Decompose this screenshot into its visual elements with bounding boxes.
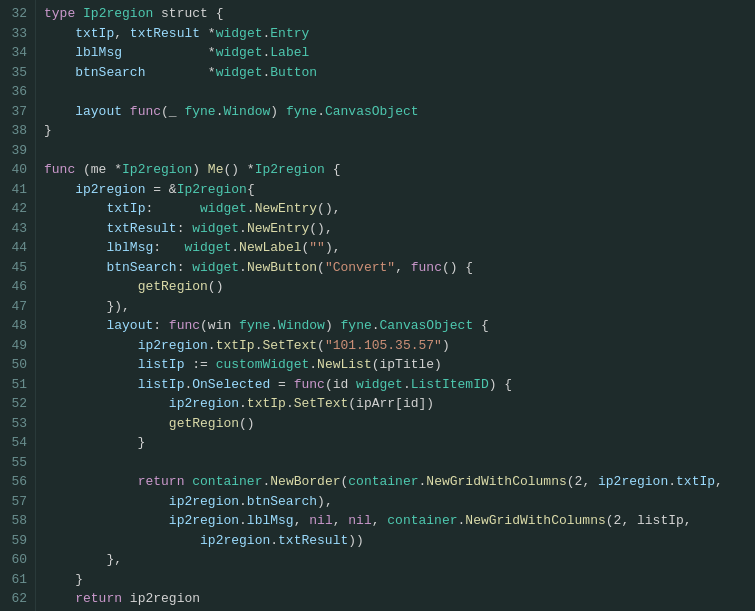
token-plain: )) [348, 533, 364, 548]
code-line: ip2region.btnSearch), [44, 492, 747, 512]
code-line: return ip2region [44, 589, 747, 609]
token-plain: (ipTitle) [372, 357, 442, 372]
code-content[interactable]: type Ip2region struct { txtIp, txtResult… [36, 0, 755, 611]
token-type-name: widget [216, 26, 263, 41]
token-fn-name: NewBorder [270, 474, 340, 489]
token-fn-name: NewEntry [255, 201, 317, 216]
token-kw: func [294, 377, 325, 392]
token-type-name: Button [270, 65, 317, 80]
token-plain [44, 591, 75, 606]
token-plain: . [247, 201, 255, 216]
token-type-name: Entry [270, 26, 309, 41]
line-number: 43 [4, 219, 27, 239]
token-plain: = [270, 377, 293, 392]
token-type-name: container [387, 513, 457, 528]
token-field: txtIp [75, 26, 114, 41]
token-plain [44, 416, 169, 431]
line-number: 59 [4, 531, 27, 551]
token-field: layout [75, 104, 122, 119]
token-kw: func [130, 104, 161, 119]
token-type-name: fyne [184, 104, 215, 119]
token-plain: := [184, 357, 215, 372]
token-plain: ) [192, 162, 208, 177]
token-plain: : [177, 260, 193, 275]
token-plain [44, 377, 138, 392]
code-line: btnSearch: widget.NewButton("Convert", f… [44, 258, 747, 278]
token-plain: ) [325, 318, 341, 333]
token-field: OnSelected [192, 377, 270, 392]
token-plain [44, 65, 75, 80]
code-line [44, 453, 747, 473]
token-field: ip2region [75, 182, 145, 197]
line-number: 49 [4, 336, 27, 356]
token-type-name: ListItemID [411, 377, 489, 392]
token-plain: } [44, 435, 145, 450]
token-plain: (_ [161, 104, 184, 119]
token-fn-name: getRegion [169, 416, 239, 431]
token-plain [44, 201, 106, 216]
token-plain: . [668, 474, 676, 489]
token-plain: () * [223, 162, 254, 177]
token-plain: (win [200, 318, 239, 333]
token-plain: ) [270, 104, 286, 119]
code-line: ip2region.txtResult)) [44, 531, 747, 551]
token-plain: . [372, 318, 380, 333]
token-fn-name: NewButton [247, 260, 317, 275]
code-line: listIp := customWidget.NewList(ipTitle) [44, 355, 747, 375]
token-type-name: widget [192, 260, 239, 275]
token-plain: * [200, 26, 216, 41]
line-number: 37 [4, 102, 27, 122]
line-number: 56 [4, 472, 27, 492]
token-type-name: fyne [239, 318, 270, 333]
token-plain [44, 279, 138, 294]
token-field: lblMsg [75, 45, 122, 60]
token-plain: () [239, 416, 255, 431]
token-fn-name: NewGridWithColumns [426, 474, 566, 489]
line-number: 51 [4, 375, 27, 395]
token-field: btnSearch [106, 260, 176, 275]
token-plain: (2, listIp, [606, 513, 692, 528]
token-plain: . [403, 377, 411, 392]
token-field: txtResult [278, 533, 348, 548]
code-line: type Ip2region struct { [44, 4, 747, 24]
token-plain: . [317, 104, 325, 119]
token-plain [44, 240, 106, 255]
code-line [44, 82, 747, 102]
token-type-name: Window [278, 318, 325, 333]
token-field: txtResult [106, 221, 176, 236]
token-plain: (2, [567, 474, 598, 489]
token-plain: : [145, 201, 200, 216]
token-plain: : [177, 221, 193, 236]
code-line: txtIp, txtResult *widget.Entry [44, 24, 747, 44]
token-string: "Convert" [325, 260, 395, 275]
token-kw: nil [348, 513, 371, 528]
code-line: ip2region.lblMsg, nil, nil, container.Ne… [44, 511, 747, 531]
token-plain [44, 221, 106, 236]
token-fn-name: NewEntry [247, 221, 309, 236]
token-type-name: CanvasObject [380, 318, 474, 333]
token-plain: } [44, 572, 83, 587]
token-type-name: CanvasObject [325, 104, 419, 119]
line-number: 44 [4, 238, 27, 258]
token-plain: struct { [153, 6, 223, 21]
code-line [44, 141, 747, 161]
token-type-name: widget [216, 45, 263, 60]
token-kw: func [411, 260, 442, 275]
token-field: lblMsg [106, 240, 153, 255]
token-plain [44, 494, 169, 509]
token-plain [44, 318, 106, 333]
token-plain [44, 45, 75, 60]
token-fn-name: NewLabel [239, 240, 301, 255]
token-plain: : [153, 318, 169, 333]
code-line: ip2region.txtIp.SetText(ipArr[id]) [44, 394, 747, 414]
token-field: listIp [138, 377, 185, 392]
line-number: 57 [4, 492, 27, 512]
token-plain: { [325, 162, 341, 177]
token-type-name: widget [356, 377, 403, 392]
token-type-name: Ip2region [177, 182, 247, 197]
token-fn-name: SetText [294, 396, 349, 411]
token-plain: ) { [489, 377, 512, 392]
line-number: 32 [4, 4, 27, 24]
token-type-name: Ip2region [83, 6, 153, 21]
code-line: }), [44, 297, 747, 317]
